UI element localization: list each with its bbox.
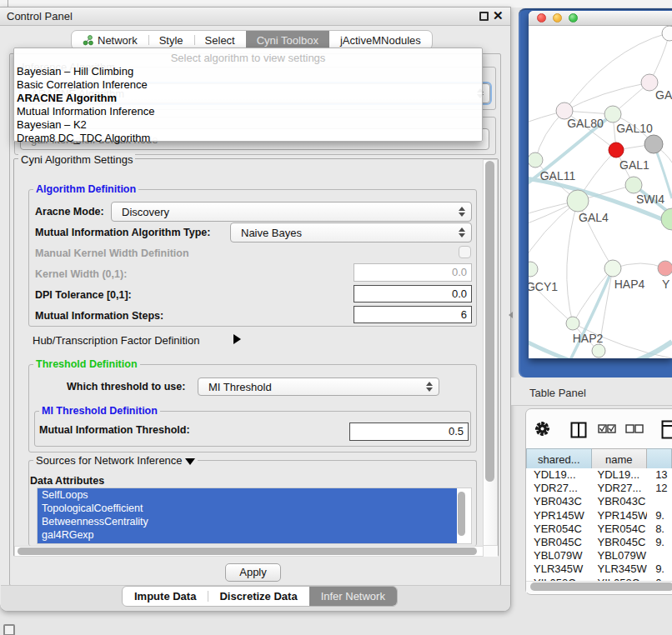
cell-shared: YDR27... [526, 482, 592, 495]
network-view-titlebar[interactable] [529, 11, 672, 26]
table-row[interactable]: YLR345WYLR345W9. [526, 562, 672, 576]
node-label-gal: GAL [655, 88, 672, 102]
mi-steps-input[interactable]: 6 [354, 306, 472, 323]
table-row[interactable]: YPR145WYPR145W9. [526, 509, 672, 522]
node-label-gal80: GAL80 [567, 117, 604, 130]
popup-item-dream8[interactable]: Dream8 DC_TDC Algorithm [17, 132, 150, 144]
mi-type-label: Mutual Information Algorithm Type: [35, 227, 210, 238]
table-hscrollbar-thumb[interactable] [530, 582, 672, 591]
combo-arrows-icon [459, 227, 464, 238]
table-panel-title: Table Panel [529, 387, 586, 399]
manual-kernel-label: Manual Kernel Width Definition [35, 248, 189, 259]
cell-value [647, 495, 672, 508]
select-all-checkboxes-icon[interactable] [598, 424, 616, 435]
tab-jactivemnodules[interactable]: jActiveMNodules [329, 31, 432, 49]
popup-item-aracne[interactable]: ARACNE Algorithm [17, 92, 117, 104]
dpi-tolerance-input[interactable]: 0.0 [354, 285, 472, 302]
cell-shared: YBR045C [526, 536, 592, 549]
mi-type-combo[interactable]: Naive Bayes [230, 222, 472, 242]
cell-name: YBR043C [592, 495, 648, 508]
mi-threshold-input[interactable]: 0.5 [349, 422, 469, 441]
tab-cyni-toolbox-label: Cyni Toolbox [257, 34, 318, 47]
aracne-mode-combo[interactable]: Discovery [111, 202, 472, 222]
minimize-traffic-light-icon[interactable] [553, 13, 562, 22]
list-item-partial [38, 542, 457, 544]
list-item-selfloops[interactable]: SelfLoops [38, 488, 457, 502]
table-header-row: shared... name [526, 448, 672, 470]
which-threshold-label: Which threshold to use: [67, 381, 185, 392]
table-row[interactable]: YBL079WYBL079W [526, 549, 672, 562]
node-label-gal1: GAL1 [619, 158, 649, 172]
tab-cyni-toolbox[interactable]: Cyni Toolbox [246, 31, 329, 49]
node-label-gal10: GAL10 [616, 122, 653, 135]
cell-name: YPR145W [592, 509, 648, 522]
hub-definition-label[interactable]: Hub/Transcription Factor Definition [33, 334, 199, 347]
zoom-traffic-light-icon[interactable] [569, 13, 578, 22]
tab-impute-data[interactable]: Impute Data [123, 587, 208, 606]
manual-kernel-checkbox[interactable] [459, 246, 471, 258]
cell-value: 9. [647, 509, 672, 522]
popup-item-bayesian-hill[interactable]: Bayesian – Hill Climbing [17, 65, 133, 78]
table-row[interactable]: YDL19...YDL19...13 [526, 468, 672, 482]
data-attributes-list[interactable]: SelfLoops TopologicalCoefficient Between… [37, 488, 472, 544]
network-nodes[interactable] [529, 26, 672, 358]
tab-infer-network[interactable]: Infer Network [309, 587, 397, 606]
popup-item-bayesian-k2[interactable]: Bayesian – K2 [17, 118, 87, 131]
list-item-topologicalcoefficient[interactable]: TopologicalCoefficient [38, 502, 457, 515]
node-label-gal11: GAL11 [540, 169, 576, 182]
tab-infer-network-label: Infer Network [321, 590, 385, 602]
window-title: Control Panel [7, 10, 73, 22]
column-header-shared-name[interactable]: shared... [526, 448, 592, 470]
network-icon [83, 35, 93, 46]
popup-item-mutual-information[interactable]: Mutual Information Inference [17, 105, 154, 118]
column-header-cut[interactable] [647, 448, 672, 470]
mi-threshold-definition-title: MI Threshold Definition [39, 406, 160, 417]
close-icon[interactable]: ✕ [493, 8, 504, 23]
float-window-icon[interactable] [479, 12, 489, 21]
list-item-gal4rgexp[interactable]: gal4RGexp [38, 528, 457, 542]
mi-steps-label: Mutual Information Steps: [35, 310, 163, 322]
splitter-collapse-arrow-icon[interactable] [509, 312, 513, 318]
columns-icon[interactable] [570, 422, 587, 438]
cell-value: 8. [647, 522, 672, 536]
kernel-width-input[interactable]: 0.0 [354, 263, 472, 282]
cell-name: YDR27... [592, 482, 648, 495]
sources-group-title: Sources for Network Inference [33, 455, 198, 466]
settings-vscrollbar-thumb[interactable] [485, 161, 494, 482]
hub-expand-arrow-icon[interactable] [233, 334, 241, 344]
tab-select[interactable]: Select [194, 31, 246, 49]
minimized-panel-icon[interactable] [3, 624, 15, 635]
cell-value: 9. [647, 562, 672, 576]
combo-arrows-icon [459, 206, 464, 218]
list-item-betweennesscentrality[interactable]: BetweennessCentrality [38, 515, 457, 528]
cell-shared: YDL19... [526, 468, 592, 482]
deselect-all-checkboxes-icon[interactable] [625, 424, 644, 435]
gear-icon[interactable] [534, 421, 550, 437]
attr-list-vscrollbar-thumb[interactable] [458, 492, 465, 536]
table-row[interactable]: YBR043CYBR043C [526, 495, 672, 508]
close-traffic-light-icon[interactable] [537, 13, 546, 22]
which-threshold-combo[interactable]: MI Threshold [198, 378, 439, 396]
tab-style[interactable]: Style [148, 31, 194, 49]
table-mode-icon[interactable] [661, 420, 672, 439]
settings-hscrollbar-thumb[interactable] [18, 548, 477, 555]
control-panel-titlebar[interactable] [0, 8, 510, 26]
tab-network[interactable]: Network [72, 31, 148, 49]
algorithm-dropdown-popup: Select algorithm to view settings Bayesi… [13, 48, 483, 142]
sources-collapse-arrow-icon[interactable] [185, 458, 195, 465]
tab-discretize-data[interactable]: Discretize Data [208, 587, 308, 606]
algorithm-definition-title: Algorithm Definition [33, 184, 138, 195]
apply-button[interactable]: Apply [225, 563, 281, 582]
table-row[interactable]: YBR045CYBR045C9. [526, 536, 672, 549]
popup-item-basic-correlation[interactable]: Basic Correlation Inference [17, 78, 148, 91]
table-row[interactable]: YDR27...YDR27...12 [526, 482, 672, 495]
cell-shared: YPR145W [526, 509, 592, 522]
node-label-swi4: SWI4 [636, 192, 664, 206]
cell-name: YER054C [592, 522, 648, 536]
column-header-name[interactable]: name [592, 448, 648, 470]
table-row[interactable]: YER054CYER054C8. [526, 522, 672, 536]
sources-title-text: Sources for Network Inference [36, 454, 183, 467]
mi-type-value: Naive Bayes [241, 227, 471, 239]
network-canvas[interactable]: GAL GAL80 GAL10 GAL1 GAL11 SWI4 GAL4 GCY… [529, 26, 672, 358]
table-body[interactable]: YDL19...YDL19...13 YDR27...YDR27...12 YB… [526, 468, 672, 582]
